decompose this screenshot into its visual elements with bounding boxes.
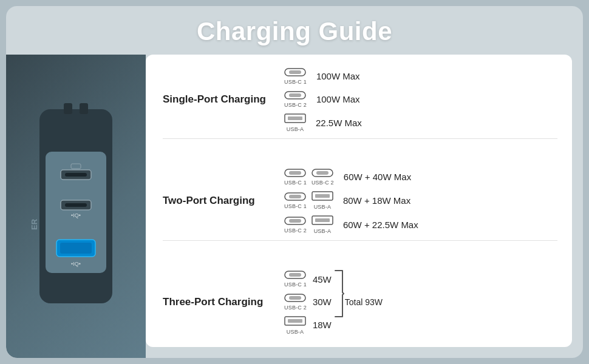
svg-rect-12 xyxy=(80,103,88,114)
svg-rect-6 xyxy=(65,203,87,207)
svg-text:•IQ•: •IQ• xyxy=(71,212,81,218)
two-row-1-desc: 60W + 40W Max xyxy=(344,172,411,182)
guide-panel: Single-Port Charging USB-C 1 100W Max xyxy=(146,55,572,347)
usbc1-icon: USB-C 1 xyxy=(284,67,307,85)
single-port-label: Single-Port Charging xyxy=(163,93,284,106)
single-row-2: USB-C 2 100W Max xyxy=(284,90,557,108)
svg-rect-17 xyxy=(289,93,301,97)
page-title: Charging Guide xyxy=(197,17,392,46)
two-row-2: USB-C 1 USB-A 80W + 18W Max xyxy=(284,190,557,210)
two-usbc1-icon: USB-C 1 xyxy=(284,167,307,186)
three-row-2: USB-C 2 xyxy=(284,292,307,311)
charger-image: •IQ• •IQ• ER xyxy=(6,55,146,358)
main-container: Charging Guide •IQ• xyxy=(6,6,583,358)
svg-rect-19 xyxy=(288,116,302,120)
svg-rect-29 xyxy=(289,219,301,223)
two-row-3: USB-C 2 USB-A 60W + 22.5W Max xyxy=(284,215,557,234)
three-watts-1: 45W xyxy=(313,272,332,288)
svg-rect-33 xyxy=(289,273,301,277)
three-row-1: USB-C 1 xyxy=(284,269,307,288)
charger-svg: •IQ• •IQ• ER xyxy=(27,103,124,309)
three-usbc1-icon: USB-C 1 xyxy=(284,269,307,288)
single-port-rows: USB-C 1 100W Max USB-C 2 100W Max xyxy=(284,67,557,132)
bracket-icon xyxy=(334,269,345,318)
svg-rect-21 xyxy=(289,171,301,175)
single-row-1-desc: 100W Max xyxy=(316,71,360,81)
content-area: •IQ• •IQ• ER Single-Port Charging xyxy=(6,55,583,358)
two-row3-usbc2-icon: USB-C 2 xyxy=(284,215,307,234)
three-watts-2: 30W xyxy=(313,294,332,310)
two-row2-usba-icon: USB-A xyxy=(312,190,333,210)
single-row-3-desc: 22.5W Max xyxy=(316,118,362,128)
bracket-area: Total 93W xyxy=(334,269,383,335)
two-row-3-desc: 60W + 22.5W Max xyxy=(343,220,418,230)
svg-rect-27 xyxy=(315,194,330,198)
svg-rect-9 xyxy=(60,243,92,254)
three-port-label: Three-Port Charging xyxy=(163,296,284,308)
two-port-rows: USB-C 1 USB-C 2 60W + 40W Max USB-C 1 xyxy=(284,167,557,234)
three-total-label: Total 93W xyxy=(345,297,383,307)
svg-rect-37 xyxy=(288,319,302,323)
two-row2-usbc1-icon: USB-C 1 xyxy=(284,191,307,209)
three-port-section: Three-Port Charging USB-C 1 xyxy=(163,263,557,341)
three-row-3: USB-A xyxy=(284,315,307,335)
two-row-1: USB-C 1 USB-C 2 60W + 40W Max xyxy=(284,167,557,186)
svg-rect-11 xyxy=(64,103,72,114)
two-port-label: Two-Port Charging xyxy=(163,195,284,207)
single-port-section: Single-Port Charging USB-C 1 100W Max xyxy=(163,61,557,139)
svg-rect-35 xyxy=(289,296,301,300)
two-usbc2-icon: USB-C 2 xyxy=(312,167,334,186)
single-row-1: USB-C 1 100W Max xyxy=(284,67,557,85)
svg-rect-15 xyxy=(289,70,301,74)
three-port-icons: USB-C 1 USB-C 2 xyxy=(284,269,307,335)
three-port-rows: USB-C 1 USB-C 2 xyxy=(284,269,557,335)
svg-rect-25 xyxy=(289,195,301,198)
svg-rect-3 xyxy=(65,173,87,177)
two-row-2-desc: 80W + 18W Max xyxy=(343,195,410,206)
svg-text:•IQ•: •IQ• xyxy=(71,261,81,267)
svg-text:ER: ER xyxy=(30,218,39,230)
svg-rect-23 xyxy=(316,171,329,175)
usba-icon: USB-A xyxy=(284,113,306,132)
single-row-2-desc: 100W Max xyxy=(316,94,360,104)
three-usba-icon: USB-A xyxy=(284,315,306,335)
two-row3-usba-icon: USB-A xyxy=(312,215,333,234)
svg-rect-31 xyxy=(315,218,330,222)
two-port-section: Two-Port Charging USB-C 1 USB-C 2 60W + … xyxy=(163,161,557,241)
usbc2-icon: USB-C 2 xyxy=(284,90,307,108)
three-usbc2-icon: USB-C 2 xyxy=(284,292,307,311)
single-row-3: USB-A 22.5W Max xyxy=(284,113,557,132)
three-port-group: USB-C 1 USB-C 2 xyxy=(284,269,557,335)
three-watts-3: 18W xyxy=(313,317,332,333)
